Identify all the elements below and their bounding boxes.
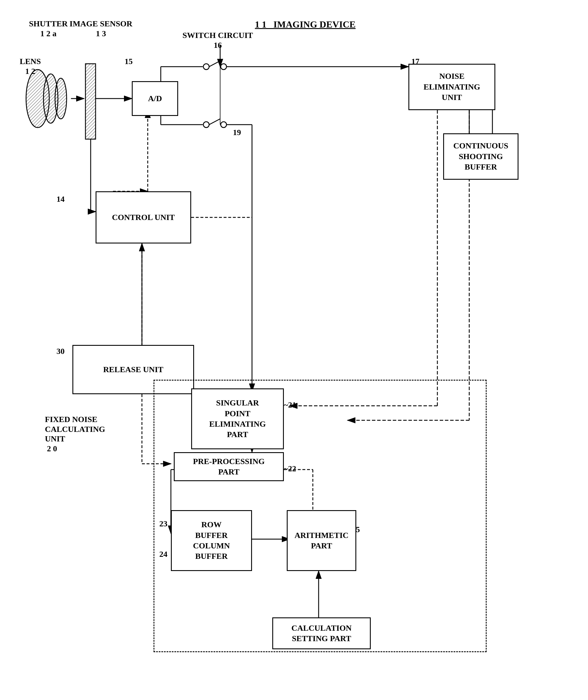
calculation-label: CALCULATIONSETTING PART [291,623,352,644]
svg-point-2 [43,74,58,123]
svg-point-1 [26,70,49,127]
singular-point-box: SINGULARPOINTELIMINATINGPART [191,389,284,449]
svg-point-14 [203,64,209,70]
image-sensor-label: IMAGE SENSOR1 3 [70,19,132,38]
arithmetic-label: ARITHMETICPART [295,530,349,551]
row-col-buffer-box: ROWBUFFERCOLUMNBUFFER [171,510,252,571]
release-unit-label: RELEASE UNIT [103,365,163,375]
release-number: 30 [56,346,65,356]
noise-eliminating-box: NOISEELIMINATINGUNIT [408,64,495,110]
control-unit-box: CONTROL UNIT [96,191,191,243]
switch-circuit-label: SWITCH CIRCUIT16 [182,30,253,50]
control-unit-label: CONTROL UNIT [112,212,175,223]
svg-point-20 [203,122,209,127]
svg-line-15 [209,61,220,67]
shutter-label: SHUTTER1 2 a [29,19,68,38]
continuous-shooting-box: CONTINUOUSSHOOTINGBUFFER [443,133,518,180]
control-number: 14 [56,194,65,204]
calculation-setting-box: CALCULATIONSETTING PART [272,617,371,649]
title: 1 1 IMAGING DEVICE [255,19,356,30]
switch-19-label: 19 [229,127,241,137]
arithmetic-box: ARITHMETICPART [287,510,356,571]
svg-point-3 [55,78,67,119]
noise-eliminating-label: NOISEELIMINATINGUNIT [423,71,480,103]
svg-point-22 [221,122,227,127]
continuous-label: CONTINUOUSSHOOTINGBUFFER [453,141,508,172]
preprocessing-label: PRE-PROCESSINGPART [193,456,264,477]
ad-number: 15 [125,56,133,66]
ad-label: A/D [148,93,162,104]
singular-label: SINGULARPOINTELIMINATINGPART [209,398,266,440]
preprocessing-box: PRE-PROCESSINGPART [174,452,284,481]
svg-line-21 [209,119,220,125]
fixed-noise-label: FIXED NOISECALCULATINGUNIT 2 0 [45,415,105,453]
svg-point-16 [221,64,227,70]
svg-rect-4 [85,64,96,139]
ad-box: A/D [132,81,178,116]
row-col-label: ROWBUFFERCOLUMNBUFFER [193,520,230,562]
lens-label: LENS1 2 [20,56,41,76]
